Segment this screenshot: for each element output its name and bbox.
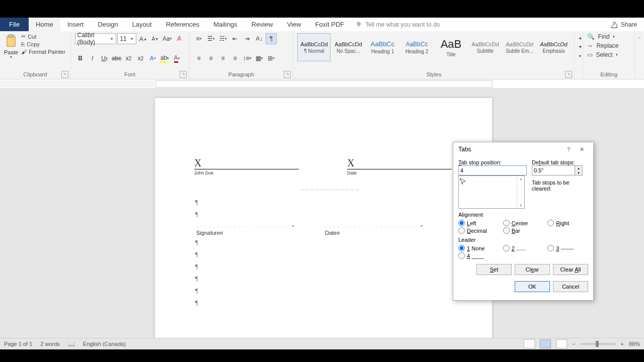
tab-design[interactable]: Design — [91, 18, 125, 31]
dialog-help-button[interactable]: ? — [562, 144, 575, 154]
zoom-level[interactable]: 88% — [629, 341, 640, 347]
set-button[interactable]: Set — [476, 264, 512, 275]
paste-button[interactable]: Paste ▼ — [4, 33, 18, 59]
italic-button[interactable]: I — [87, 53, 98, 64]
increase-indent-button[interactable]: ⇥ — [242, 33, 253, 44]
replace-button[interactable]: ↔Replace — [587, 42, 630, 49]
leader-dashes-radio[interactable]: 3 ------- — [547, 245, 588, 251]
clear-formatting-button[interactable]: A̸ — [174, 33, 185, 44]
justify-button[interactable]: ≡ — [229, 53, 240, 64]
tab-stop-position-input[interactable] — [458, 165, 527, 175]
numbering-button[interactable]: ☰▾ — [205, 33, 216, 44]
cancel-button[interactable]: Cancel — [553, 281, 588, 292]
tab-stop-listbox[interactable]: ▴▾ — [458, 175, 525, 209]
align-right-button[interactable]: ≡ — [217, 53, 228, 64]
align-center-radio[interactable]: Center — [503, 220, 544, 226]
word-count[interactable]: 2 words — [40, 341, 60, 347]
borders-button[interactable]: ⊞▾ — [266, 53, 277, 64]
leader-dots-radio[interactable]: 2 ...... — [503, 245, 544, 251]
leader-none-radio[interactable]: 1 None — [458, 245, 499, 251]
zoom-in-button[interactable]: + — [621, 341, 624, 347]
show-marks-button[interactable]: ¶ — [266, 33, 277, 44]
align-left-button[interactable]: ≡ — [193, 53, 204, 64]
paragraph-launcher[interactable]: ↘ — [284, 71, 291, 78]
highlight-button[interactable]: ab▾ — [159, 53, 171, 64]
tab-file[interactable]: File — [0, 18, 29, 31]
ok-button[interactable]: OK — [515, 281, 550, 292]
dialog-close-button[interactable]: ✕ — [575, 144, 588, 154]
decrease-indent-button[interactable]: ⇤ — [229, 33, 240, 44]
clipboard-launcher[interactable]: ↘ — [61, 71, 68, 78]
style-subtitle[interactable]: AaBbCcDdSubtitle — [468, 33, 502, 61]
default-tab-stops-spinner[interactable]: ▲▼ — [532, 165, 588, 175]
style-normal[interactable]: AaBbCcDd¶ Normal — [297, 33, 331, 61]
style-title[interactable]: AaBTitle — [434, 33, 467, 61]
underline-button[interactable]: U▾ — [99, 53, 110, 64]
grow-font-button[interactable]: A▲ — [137, 33, 148, 44]
styles-launcher[interactable]: ↘ — [565, 71, 572, 78]
shrink-font-button[interactable]: A▼ — [149, 33, 160, 44]
style-subtle-em-[interactable]: AaBbCcDdSubtle Em... — [503, 33, 536, 61]
spin-down[interactable]: ▼ — [575, 170, 582, 175]
tab-review[interactable]: Review — [245, 18, 280, 31]
tab-layout[interactable]: Layout — [125, 18, 159, 31]
bullets-button[interactable]: ≡▾ — [193, 33, 204, 44]
align-bar-radio[interactable]: Bar — [503, 227, 544, 234]
font-size-select[interactable]: 11▼ — [117, 33, 136, 44]
change-case-button[interactable]: Aa▾ — [162, 33, 173, 44]
align-center-button[interactable]: ≡ — [205, 53, 216, 64]
spin-up[interactable]: ▲ — [575, 166, 582, 170]
signature-x-2: X — [347, 157, 452, 169]
copy-button[interactable]: ⎘Copy — [21, 41, 65, 47]
styles-gallery[interactable]: AaBbCcDd¶ NormalAaBbCcDdNo Spac...AaBbCc… — [297, 33, 570, 62]
font-color-button[interactable]: A▾ — [172, 53, 183, 64]
find-button[interactable]: 🔍Find▾ — [587, 33, 630, 40]
line-spacing-button[interactable]: ↕≡▾ — [242, 53, 253, 64]
style-heading-1[interactable]: AaBbCcHeading 1 — [366, 33, 399, 61]
text-effects-button[interactable]: A▾ — [147, 53, 158, 64]
clipboard-icon — [4, 33, 18, 49]
align-decimal-radio[interactable]: Decimal — [458, 227, 499, 234]
bold-button[interactable]: B — [75, 53, 86, 64]
default-tab-stops-input[interactable] — [532, 165, 575, 175]
cut-button[interactable]: ✂Cut — [21, 33, 65, 40]
font-face-select[interactable]: Calibri (Body)▼ — [75, 33, 117, 44]
tab-mailings[interactable]: Mailings — [206, 18, 245, 31]
share-button[interactable]: Share — [604, 18, 644, 31]
clear-button[interactable]: Clear — [515, 264, 550, 275]
collapse-ribbon-button[interactable]: ⌃ — [634, 33, 644, 44]
tab-view[interactable]: View — [280, 18, 308, 31]
read-mode-button[interactable] — [524, 339, 535, 348]
scroll-down-icon[interactable]: ▾ — [520, 203, 522, 208]
web-layout-button[interactable] — [556, 339, 567, 348]
align-left-radio[interactable]: Left — [458, 220, 499, 226]
shading-button[interactable]: ▦▾ — [254, 53, 265, 64]
font-launcher[interactable]: ↘ — [180, 71, 187, 78]
strikethrough-button[interactable]: abc — [111, 53, 122, 64]
language-status[interactable]: English (Canada) — [83, 341, 126, 347]
tab-references[interactable]: References — [159, 18, 206, 31]
proofing-icon[interactable]: 📖 — [68, 341, 75, 347]
style-emphasis[interactable]: AaBbCcDdEmphasis — [537, 33, 570, 61]
style-no-spac-[interactable]: AaBbCcDdNo Spac... — [332, 33, 365, 61]
zoom-slider[interactable] — [581, 343, 616, 345]
align-right-radio[interactable]: Right — [547, 220, 588, 226]
scroll-up-icon[interactable]: ▴ — [520, 176, 522, 181]
zoom-out-button[interactable]: − — [572, 341, 575, 347]
subscript-button[interactable]: x2 — [123, 53, 134, 64]
clear-all-button[interactable]: Clear All — [553, 264, 588, 275]
tab-insert[interactable]: Insert — [60, 18, 91, 31]
superscript-button[interactable]: x2 — [135, 53, 146, 64]
tab-foxit[interactable]: Foxit PDF — [308, 18, 351, 31]
select-button[interactable]: ▭Select▾ — [587, 51, 630, 58]
page-count[interactable]: Page 1 of 1 — [4, 341, 32, 347]
multilevel-button[interactable]: ☵▾ — [217, 33, 228, 44]
tab-home[interactable]: Home — [29, 18, 60, 31]
print-layout-button[interactable] — [540, 339, 551, 348]
pilcrow: ¶ — [195, 287, 198, 295]
tell-me-search[interactable]: Tell me what you want to do — [351, 18, 604, 31]
leader-underline-radio[interactable]: 4 ____ — [458, 252, 499, 259]
sort-button[interactable]: A↓ — [254, 33, 265, 44]
style-heading-2[interactable]: AaBbCcHeading 2 — [400, 33, 433, 61]
format-painter-button[interactable]: 🖌Format Painter — [21, 49, 65, 55]
